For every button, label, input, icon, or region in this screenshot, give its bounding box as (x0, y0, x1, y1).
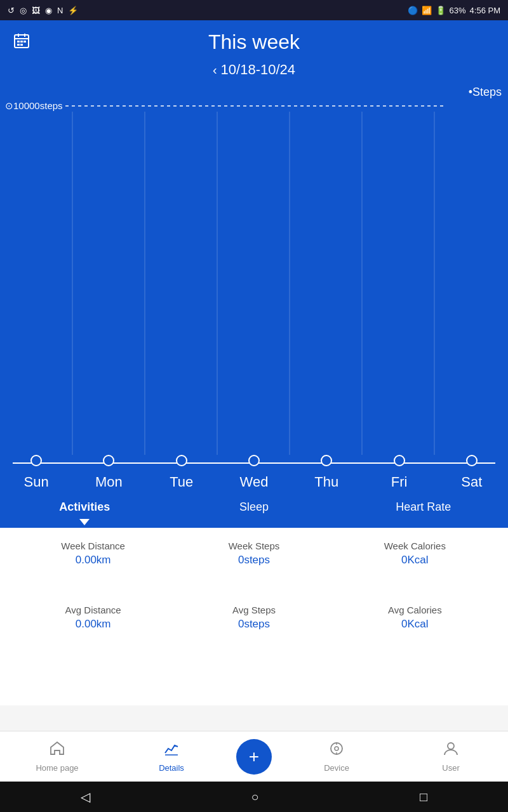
app-icon-4: ◉ (45, 6, 52, 15)
svg-rect-6 (23, 41, 26, 43)
day-mon: Mon (77, 474, 140, 490)
dot-thu (295, 455, 358, 466)
nav-home-label: Home page (36, 763, 78, 773)
dot-sun (4, 455, 68, 466)
stats-row-2: Avg Distance 0.00km Avg Steps 0steps Avg… (13, 605, 495, 631)
stat-week-distance-value: 0.00km (13, 554, 173, 566)
week-nav: ‹ 10/18-10/24 (0, 59, 508, 86)
svg-point-21 (448, 743, 454, 749)
stat-week-steps-label: Week Steps (173, 540, 334, 551)
svg-rect-4 (17, 41, 20, 43)
app-icon-5: N (57, 6, 63, 15)
calendar-icon[interactable] (13, 32, 30, 53)
day-wed: Wed (222, 474, 286, 490)
stat-avg-distance-value: 0.00km (13, 618, 173, 631)
stat-week-calories-label: Week Calories (335, 540, 495, 551)
add-icon: + (249, 747, 259, 767)
chart-area (0, 112, 508, 455)
app-icon-1: ↺ (8, 6, 15, 15)
nav-item-device[interactable]: Device (279, 740, 394, 773)
clock: 4:56 PM (470, 6, 500, 15)
dot-fri (368, 455, 431, 466)
svg-point-18 (335, 747, 338, 750)
stat-avg-steps-value: 0steps (173, 618, 334, 631)
stat-avg-calories: Avg Calories 0Kcal (335, 605, 495, 631)
week-range: 10/18-10/24 (221, 62, 295, 78)
stat-week-distance-label: Week Distance (13, 540, 173, 551)
nav-item-add[interactable]: + (229, 739, 279, 775)
day-tue: Tue (150, 474, 213, 490)
stats-area: Week Distance 0.00km Week Steps 0steps W… (0, 528, 508, 705)
app-icon-6: ⚡ (68, 6, 78, 15)
dot-tue (150, 455, 213, 466)
battery-percent: 63% (450, 6, 466, 15)
nav-user-label: User (442, 763, 459, 773)
tab-indicator-heartrate (338, 519, 508, 525)
steps-label-row: •Steps (0, 86, 508, 99)
chart-svg (0, 112, 508, 455)
page-title: This week (208, 30, 300, 54)
stat-avg-calories-label: Avg Calories (335, 605, 495, 615)
tab-indicator-activities (0, 519, 170, 525)
nav-device-label: Device (324, 763, 349, 773)
chart-tabs: Activities Sleep Heart Rate (0, 493, 508, 519)
tab-indicator-sleep (170, 519, 339, 525)
days-row: Sun Mon Tue Wed Thu Fri Sat (0, 474, 508, 493)
stat-week-calories: Week Calories 0Kcal (335, 540, 495, 566)
stat-week-steps: Week Steps 0steps (173, 540, 334, 566)
tab-sleep[interactable]: Sleep (170, 498, 339, 516)
stat-week-calories-value: 0Kcal (335, 554, 495, 566)
svg-rect-5 (20, 41, 23, 43)
back-button[interactable]: ◁ (81, 789, 90, 804)
home-icon (49, 740, 65, 761)
dot-wed (222, 455, 286, 466)
status-bar-right: 🔵 📶 🔋 63% 4:56 PM (408, 6, 500, 15)
recent-button[interactable]: □ (420, 790, 427, 804)
tab-heart-rate[interactable]: Heart Rate (338, 498, 508, 516)
user-icon (443, 740, 459, 761)
nav-item-home[interactable]: Home page (0, 740, 114, 773)
nav-details-label: Details (159, 763, 184, 773)
stats-row-1: Week Distance 0.00km Week Steps 0steps W… (13, 540, 495, 566)
goal-label: ⊙10000steps (5, 100, 63, 112)
dot-mon (77, 455, 140, 466)
svg-rect-8 (20, 44, 23, 46)
tab-activities[interactable]: Activities (0, 498, 170, 516)
home-button[interactable]: ○ (251, 790, 258, 804)
header: This week (0, 20, 508, 59)
app-icon-3: 🖼 (32, 6, 40, 15)
bottom-nav: Home page Details + Device (0, 731, 508, 782)
device-icon (328, 740, 345, 761)
stat-avg-distance-label: Avg Distance (13, 605, 173, 615)
day-sun: Sun (4, 474, 68, 490)
stat-week-steps-value: 0steps (173, 554, 334, 566)
dot-sat (440, 455, 504, 466)
battery-icon: 🔋 (436, 6, 446, 15)
details-icon (163, 740, 180, 761)
status-bar-left: ↺ ◎ 🖼 ◉ N ⚡ (8, 6, 78, 15)
day-fri: Fri (368, 474, 431, 490)
svg-rect-7 (17, 44, 20, 46)
stat-week-distance: Week Distance 0.00km (13, 540, 173, 566)
goal-label-row: ⊙10000steps (0, 100, 508, 112)
stat-avg-calories-value: 0Kcal (335, 618, 495, 631)
timeline-row (0, 455, 508, 471)
nav-item-user[interactable]: User (394, 740, 508, 773)
goal-dotted-line (65, 105, 508, 107)
stat-avg-steps: Avg Steps 0steps (173, 605, 334, 631)
bluetooth-icon: 🔵 (408, 6, 418, 15)
stat-avg-steps-label: Avg Steps (173, 605, 334, 615)
wifi-icon: 📶 (422, 6, 432, 15)
prev-week-arrow[interactable]: ‹ (213, 63, 217, 77)
android-nav: ◁ ○ □ (0, 782, 508, 812)
stat-avg-distance: Avg Distance 0.00km (13, 605, 173, 631)
main-section: This week ‹ 10/18-10/24 •Steps ⊙10000ste… (0, 20, 508, 528)
steps-legend-label: •Steps (469, 86, 502, 99)
add-button[interactable]: + (236, 739, 272, 775)
day-thu: Thu (295, 474, 358, 490)
app-icon-2: ◎ (20, 6, 27, 15)
active-tab-triangle (79, 519, 90, 525)
nav-item-details[interactable]: Details (114, 740, 229, 773)
status-bar: ↺ ◎ 🖼 ◉ N ⚡ 🔵 📶 🔋 63% 4:56 PM (0, 0, 508, 20)
day-sat: Sat (440, 474, 504, 490)
